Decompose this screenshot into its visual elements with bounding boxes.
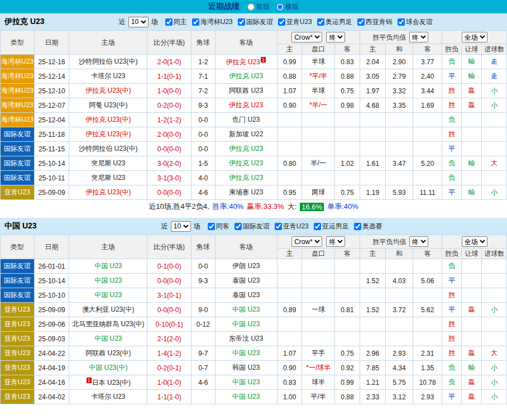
- filter-checkbox-input[interactable]: [314, 223, 321, 230]
- cell-date: 25-10-14: [34, 156, 69, 171]
- odds-period-select[interactable]: 终: [326, 32, 345, 42]
- col-away: 客场: [215, 31, 277, 55]
- match-row: 亚青U2324-04-22阿联酋 U23(中)1-4(1-2)9-7中国 U23…: [1, 346, 507, 361]
- cell-avg-away: 5.20: [413, 156, 442, 171]
- col-avg-draw: 和: [386, 249, 413, 259]
- cell-result: 胜: [442, 288, 461, 303]
- col-avg-home: 主: [360, 44, 386, 55]
- avg-period-select[interactable]: 终: [409, 32, 428, 42]
- avg-period-select[interactable]: 终: [409, 236, 428, 247]
- filter-checkbox-input[interactable]: [357, 18, 365, 26]
- cell-corner: 4-6: [192, 185, 216, 200]
- cell-odds-home: [277, 259, 302, 274]
- cell-date: 25-09-09: [34, 185, 69, 200]
- recent-suffix-label: 场: [151, 17, 158, 27]
- cell-avg-home: 2.33: [360, 390, 386, 404]
- cell-corner: 9-0: [192, 303, 216, 317]
- cell-type: 国际友谊: [1, 171, 35, 185]
- section-header-china: 中国 U23 近 10 场 同客国际友谊亚青U23亚运男足奥选赛: [0, 218, 507, 235]
- layout-radio[interactable]: [276, 3, 284, 11]
- cell-result: 负: [442, 259, 461, 274]
- team-name: 伊拉克 U23: [4, 17, 45, 27]
- filter-checkbox-同客[interactable]: 同客: [208, 222, 229, 231]
- cell-away: 伊拉克 U23: [215, 98, 277, 113]
- filter-checkbox-亚青U23[interactable]: 亚青U23: [275, 222, 309, 231]
- match-row: 亚青U2324-04-19中国 U23(中)0-2(0-1)0-7韩国 U230…: [1, 361, 507, 375]
- cell-date: 25-12-14: [34, 69, 69, 84]
- filter-checkbox-input[interactable]: [235, 223, 242, 230]
- match-row: 海湾杯U2325-12-04伊拉克 U23(中)1-2(1-2)0-0也门 U2…: [1, 113, 507, 127]
- filter-checkbox-亚运男足[interactable]: 亚运男足: [314, 222, 349, 231]
- summary-part: 单率:40%: [327, 202, 358, 212]
- red-card-badge: 1: [87, 378, 92, 383]
- cell-handicap-result: [461, 113, 481, 127]
- bookmaker-select[interactable]: Crow*: [291, 32, 322, 42]
- cell-score: 1-0(0-0): [147, 84, 192, 98]
- cell-home: 中国 U23: [69, 259, 147, 274]
- recent-count-select[interactable]: 10: [171, 221, 191, 232]
- scope-select[interactable]: 全场: [462, 236, 487, 247]
- cell-handicap: 半/一: [302, 156, 335, 171]
- filter-checkbox-input[interactable]: [192, 18, 199, 26]
- layout-radio[interactable]: [247, 3, 255, 11]
- cell-away: 伊朗 U23: [215, 259, 277, 274]
- filter-checkbox-input[interactable]: [317, 18, 324, 26]
- summary-part: 16.6%: [300, 203, 324, 211]
- bookmaker-select[interactable]: Crow*: [291, 236, 322, 247]
- layout-option-竖版[interactable]: 竖版: [247, 2, 270, 12]
- filter-checkbox-海湾杯U23[interactable]: 海湾杯U23: [192, 17, 233, 27]
- cell-score: 3-1(0-1): [147, 288, 192, 303]
- match-table-china: 类型 日期 主场 比分(半场) 角球 客场 Crow* 终 胜平负均值 终 全场: [0, 235, 507, 404]
- cell-away: 也门 U23: [215, 113, 277, 127]
- cell-date: 25-10-10: [34, 288, 69, 303]
- filter-checkbox-input[interactable]: [165, 18, 173, 26]
- filter-checkbox-奥选赛[interactable]: 奥选赛: [354, 222, 382, 231]
- recent-count-select[interactable]: 10: [128, 17, 149, 27]
- cell-type: 海湾杯U23: [1, 98, 35, 113]
- cell-handicap-result: [461, 142, 481, 156]
- filter-checkbox-奥运男足[interactable]: 奥运男足: [317, 17, 352, 27]
- cell-avg-home: 4.68: [360, 98, 386, 113]
- filter-checkbox-同主[interactable]: 同主: [165, 17, 187, 27]
- summary-part: 近10场,胜4平2负4,: [149, 202, 209, 212]
- cell-avg-away: 2.31: [413, 346, 442, 361]
- cell-type: 亚青U23: [1, 346, 35, 361]
- filter-checkbox-input[interactable]: [278, 18, 285, 26]
- cell-handicap: [302, 113, 335, 127]
- cell-avg-draw: 3.32: [386, 84, 413, 98]
- cell-avg-draw: 2.93: [386, 346, 413, 361]
- odds-period-select[interactable]: 终: [326, 236, 345, 247]
- cell-avg-home: 3.05: [360, 69, 386, 84]
- cell-handicap: *一/球半: [302, 361, 335, 375]
- cell-type: 亚青U23: [1, 375, 35, 390]
- filter-checkbox-label: 亚青U23: [286, 17, 312, 27]
- scope-select[interactable]: 全场: [462, 32, 487, 42]
- summary-part: 大:: [288, 202, 297, 212]
- filter-checkbox-球会友谊[interactable]: 球会友谊: [398, 17, 433, 27]
- filter-checkbox-西亚青锦[interactable]: 西亚青锦: [357, 17, 393, 27]
- cell-score: 2-0(0-0): [147, 127, 192, 142]
- filter-checkbox-input[interactable]: [275, 223, 282, 230]
- cell-goals-result: [482, 113, 507, 127]
- cell-handicap: 球半: [302, 375, 335, 390]
- filter-checkbox-input[interactable]: [208, 223, 215, 230]
- cell-away: 中国 U23: [215, 303, 277, 317]
- cell-corner: 7-2: [192, 84, 216, 98]
- filter-checkbox-input[interactable]: [354, 223, 361, 230]
- cell-avg-home: [360, 288, 386, 303]
- filter-checkbox-input[interactable]: [238, 18, 245, 26]
- cell-odds-away: [335, 259, 360, 274]
- filter-checkbox-国际友谊[interactable]: 国际友谊: [238, 17, 273, 27]
- cell-corner: 0-0: [192, 127, 216, 142]
- cell-avg-draw: [386, 127, 413, 142]
- cell-score: 2-1(2-0): [147, 332, 192, 346]
- col-avg-draw: 和: [386, 44, 413, 55]
- match-row: 海湾杯U2325-12-10伊拉克 U23(中)1-0(0-0)7-2阿联酋 U…: [1, 84, 507, 98]
- cell-corner: [192, 390, 216, 404]
- filter-checkbox-国际友谊[interactable]: 国际友谊: [235, 222, 270, 231]
- filter-checkbox-亚青U23[interactable]: 亚青U23: [278, 17, 312, 27]
- cell-type: 亚青U23: [1, 303, 35, 317]
- layout-option-横版[interactable]: 横版: [276, 2, 299, 12]
- cell-avg-home: 2.04: [360, 55, 386, 69]
- filter-checkbox-input[interactable]: [398, 18, 405, 26]
